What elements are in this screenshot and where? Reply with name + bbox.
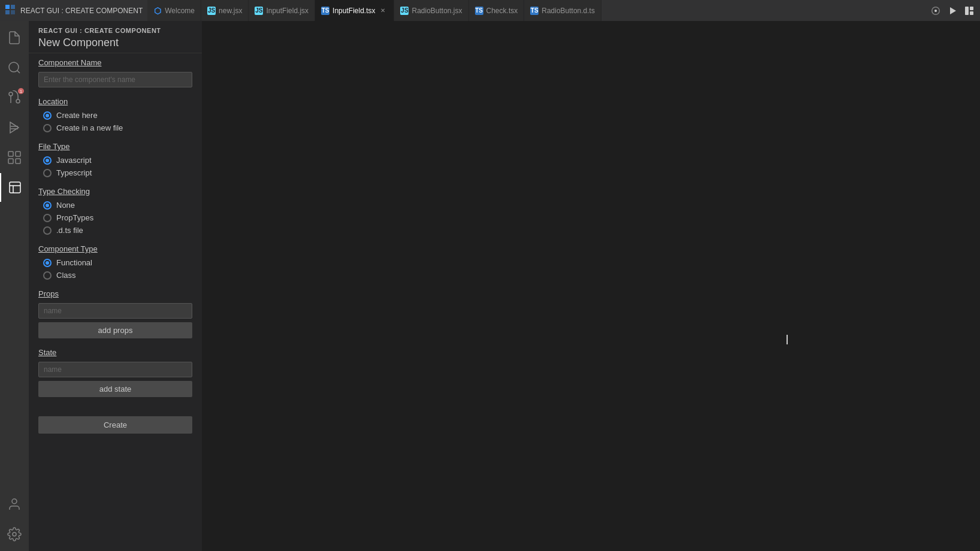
tab-new-jsx[interactable]: JS new.jsx — [201, 0, 249, 21]
location-radio-group: Create here Create in a new file — [38, 111, 192, 132]
component-type-functional[interactable]: Functional — [43, 258, 192, 267]
component-type-section: Component Type Functional Class — [38, 244, 192, 280]
location-create-here-label: Create here — [56, 111, 98, 120]
tab-welcome[interactable]: ⬡ Welcome — [147, 0, 201, 21]
type-checking-proptypes-radio[interactable] — [43, 214, 52, 222]
spacer — [38, 407, 192, 416]
sidebar-panel: REACT GUI : CREATE COMPONENT New Compone… — [29, 21, 202, 551]
create-button[interactable]: Create — [38, 416, 192, 434]
main-layout: 1 — [0, 21, 980, 551]
activity-files[interactable] — [0, 23, 29, 52]
location-label: Location — [38, 97, 192, 106]
titlebar-actions — [930, 5, 975, 17]
activity-explorer[interactable] — [0, 173, 29, 202]
file-type-typescript[interactable]: Typescript — [43, 168, 192, 177]
panel-header: REACT GUI : CREATE COMPONENT New Compone… — [29, 21, 202, 53]
file-type-javascript-radio[interactable] — [43, 156, 52, 165]
file-type-javascript[interactable]: Javascript — [43, 156, 192, 165]
file-type-typescript-radio[interactable] — [43, 169, 52, 177]
svg-rect-3 — [11, 10, 15, 14]
source-control-badge: 1 — [18, 88, 24, 94]
location-create-here[interactable]: Create here — [43, 111, 192, 120]
activity-account[interactable] — [0, 490, 29, 519]
tab-label: InputField.jsx — [266, 7, 308, 15]
tab-radiobutton-dts[interactable]: TS RadioButton.d.ts — [524, 0, 601, 21]
app-logo — [5, 4, 16, 17]
file-type-section: File Type Javascript Typescript — [38, 142, 192, 177]
titlebar-title: REACT GUI : CREATE COMPONENT — [20, 7, 143, 15]
tab-close-button[interactable]: ✕ — [378, 6, 388, 16]
component-name-section: Component Name — [38, 58, 192, 87]
type-checking-radio-group: None PropTypes .d.ts file — [38, 201, 192, 235]
type-checking-section: Type Checking None PropTypes .d.ts file — [38, 187, 192, 235]
tab-label: Check.tsx — [486, 7, 518, 15]
file-type-javascript-label: Javascript — [56, 156, 92, 165]
tab-label: new.jsx — [219, 7, 242, 15]
state-label: State — [38, 348, 192, 357]
component-type-class-label: Class — [56, 271, 76, 280]
component-type-label: Component Type — [38, 244, 192, 253]
svg-rect-18 — [8, 159, 13, 164]
tsx-icon: TS — [475, 7, 483, 15]
props-section: Props add props — [38, 289, 192, 338]
state-name-input[interactable] — [38, 362, 192, 377]
play-button[interactable] — [946, 5, 958, 17]
svg-rect-6 — [970, 7, 973, 10]
location-create-new-file[interactable]: Create in a new file — [43, 123, 192, 132]
activity-search[interactable] — [0, 53, 29, 82]
type-checking-none-radio[interactable] — [43, 201, 52, 210]
svg-point-10 — [16, 99, 20, 103]
jsx-icon: JS — [400, 7, 409, 15]
broadcast-button[interactable] — [930, 5, 942, 17]
type-checking-dts-label: .d.ts file — [56, 226, 83, 235]
svg-rect-1 — [11, 5, 15, 9]
layout-button[interactable] — [963, 5, 975, 17]
component-type-functional-label: Functional — [56, 258, 92, 267]
type-checking-none[interactable]: None — [43, 201, 192, 210]
tab-radiobutton-jsx[interactable]: JS RadioButton.jsx — [394, 0, 468, 21]
tab-check-tsx[interactable]: TS Check.tsx — [469, 0, 525, 21]
location-create-new-file-label: Create in a new file — [56, 123, 123, 132]
component-name-input[interactable] — [38, 72, 192, 87]
svg-rect-5 — [965, 7, 969, 15]
component-type-class-radio[interactable] — [43, 271, 52, 280]
location-create-here-radio[interactable] — [43, 111, 52, 120]
svg-rect-17 — [16, 159, 20, 164]
component-type-functional-radio[interactable] — [43, 259, 52, 267]
tab-inputfield-jsx[interactable]: JS InputField.jsx — [249, 0, 315, 21]
activity-extensions[interactable] — [0, 143, 29, 172]
welcome-icon: ⬡ — [153, 7, 162, 15]
file-type-radio-group: Javascript Typescript — [38, 156, 192, 177]
cursor-indicator — [787, 335, 788, 344]
component-type-class[interactable]: Class — [43, 271, 192, 280]
component-name-label: Component Name — [38, 58, 192, 67]
svg-rect-0 — [5, 5, 10, 9]
tsx-icon: TS — [321, 7, 329, 15]
type-checking-proptypes[interactable]: PropTypes — [43, 213, 192, 222]
activity-bar: 1 — [0, 21, 29, 551]
tab-inputfield-tsx[interactable]: TS InputField.tsx ✕ — [315, 0, 394, 21]
file-type-label: File Type — [38, 142, 192, 151]
page-title: New Component — [38, 37, 192, 49]
type-checking-dts[interactable]: .d.ts file — [43, 226, 192, 235]
type-checking-proptypes-label: PropTypes — [56, 213, 93, 222]
state-section: State add state — [38, 348, 192, 397]
add-props-button[interactable]: add props — [38, 322, 192, 338]
svg-rect-15 — [8, 152, 13, 156]
svg-point-8 — [9, 62, 19, 72]
type-checking-dts-radio[interactable] — [43, 226, 52, 235]
activity-settings[interactable] — [0, 520, 29, 549]
tab-label: RadioButton.jsx — [412, 7, 462, 15]
jsx-icon: JS — [255, 7, 263, 15]
location-create-new-file-radio[interactable] — [43, 124, 52, 132]
editor-area[interactable] — [202, 21, 980, 551]
activity-debug[interactable] — [0, 113, 29, 142]
activity-source-control[interactable]: 1 — [0, 83, 29, 112]
panel-title: REACT GUI : CREATE COMPONENT — [38, 27, 192, 34]
add-state-button[interactable]: add state — [38, 381, 192, 397]
type-checking-label: Type Checking — [38, 187, 192, 196]
props-name-input[interactable] — [38, 303, 192, 319]
location-section: Location Create here Create in a new fil… — [38, 97, 192, 132]
svg-rect-2 — [5, 10, 10, 14]
svg-rect-7 — [970, 11, 973, 15]
